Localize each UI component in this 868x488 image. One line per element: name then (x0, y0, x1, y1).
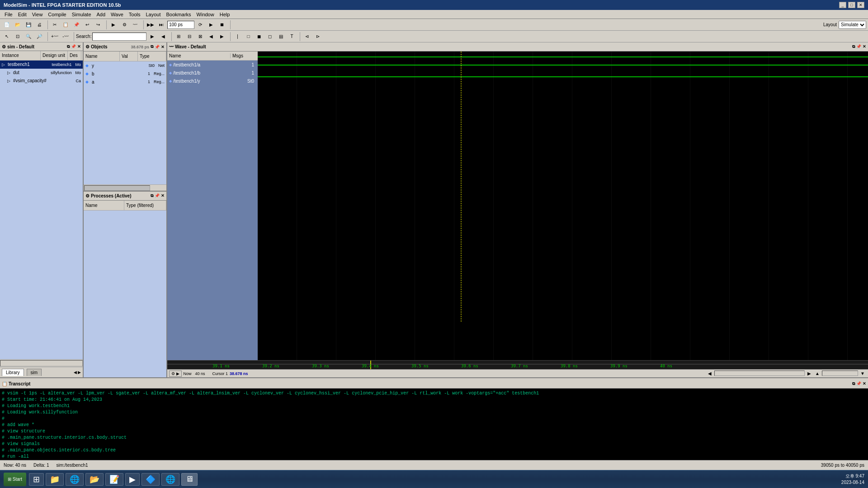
sim-tab-scroll-right[interactable]: ▶ (78, 370, 81, 375)
signal-row-b[interactable]: ◆ /testbench1/b 1 (167, 69, 258, 77)
taskbar-browser-icon[interactable]: 🌐 (66, 473, 84, 486)
zoom-sel-btn[interactable]: ⊟ (184, 32, 194, 42)
wave-hscroll[interactable] (714, 371, 805, 376)
cursor1-btn[interactable]: | (232, 32, 242, 42)
taskbar-media-icon[interactable]: ▶ (125, 473, 140, 486)
search-go-btn[interactable]: ▶ (147, 32, 157, 42)
menu-layout[interactable]: Layout (143, 11, 164, 18)
transcript-pin[interactable]: 📌 (856, 381, 861, 386)
wave-scroll-right[interactable]: ▶ (806, 371, 813, 377)
select-btn[interactable]: ⊡ (13, 32, 23, 42)
taskbar-start-icon[interactable]: ⊞ (29, 473, 44, 486)
menu-simulate[interactable]: Simulate (69, 11, 94, 18)
tab-library[interactable]: Library (2, 369, 24, 376)
wave-undock[interactable]: ⧉ (852, 44, 855, 49)
obj-row-b[interactable]: ◆ b 1 Reg... (84, 70, 166, 78)
taskbar-folder-icon[interactable]: 📁 (46, 473, 64, 486)
prev-edge-btn[interactable]: ⊲ (302, 32, 312, 42)
wave-vscroll[interactable] (822, 371, 858, 376)
transcript-body[interactable]: # vsim -t 1ps -L altera_ver -L lpm_ver -… (0, 389, 868, 460)
taskbar-net-icon[interactable]: 🌐 (161, 473, 179, 486)
obj-row-a[interactable]: ◆ a 1 Reg... (84, 78, 166, 86)
cut-btn[interactable]: ✂ (50, 20, 60, 30)
menu-view[interactable]: View (29, 11, 46, 18)
menu-window[interactable]: Window (194, 11, 217, 18)
wave-fmt-btn[interactable]: ▤ (276, 32, 286, 42)
objects-undock[interactable]: ⧉ (151, 44, 153, 49)
wave-close[interactable]: ✕ (863, 44, 866, 49)
tree-row-testbench1[interactable]: ▷ testbench1 testbench1 Mo (0, 61, 83, 69)
new-btn[interactable]: 📄 (2, 20, 12, 30)
signal-row-y[interactable]: ◆ /testbench1/y St0 (167, 77, 258, 85)
undo-btn[interactable]: ↩ (82, 20, 92, 30)
menu-bookmarks[interactable]: Bookmarks (164, 11, 194, 18)
proc-close[interactable]: ✕ (161, 193, 165, 198)
objects-hscroll[interactable] (84, 184, 166, 191)
scroll-right-btn[interactable]: ▶ (217, 32, 227, 42)
sim-panel-undock[interactable]: ⧉ (67, 44, 70, 49)
compile-btn[interactable]: ▶ (108, 20, 118, 30)
zoom-active-btn[interactable]: ⊠ (195, 32, 205, 42)
taskbar-modelsim-icon[interactable]: 🖥 (181, 473, 198, 486)
tab-sim[interactable]: sim (27, 369, 42, 376)
menu-add[interactable]: Add (94, 11, 108, 18)
maximize-button[interactable]: □ (848, 2, 855, 8)
taskbar-intel-icon[interactable]: 🔷 (142, 473, 160, 486)
taskbar-notepad-icon[interactable]: 📝 (105, 473, 123, 486)
open-btn[interactable]: 📂 (13, 20, 23, 30)
sim-tab-scroll-left[interactable]: ◀ (74, 370, 77, 375)
transcript-undock[interactable]: ⧉ (852, 381, 855, 386)
stop-btn[interactable]: ⏹ (217, 20, 227, 30)
cursor-box-btn[interactable]: □ (243, 32, 253, 42)
t-btn[interactable]: T (287, 32, 297, 42)
objects-scroll-thumb[interactable] (84, 185, 150, 191)
wave-scroll-up[interactable]: ▲ (814, 371, 821, 377)
menu-edit[interactable]: Edit (15, 11, 29, 18)
tree-row-dut[interactable]: ▷ dut sillyfunction Mo (0, 69, 83, 77)
close-button[interactable]: ✕ (857, 2, 864, 8)
del-wave-btn[interactable]: -〰 (61, 32, 71, 42)
wave-scroll-left[interactable]: ◀ (706, 371, 713, 377)
obj-row-y[interactable]: ◆ y St0 Net (84, 61, 166, 70)
start-button[interactable]: ⊞ Start (4, 473, 26, 486)
zoom-full-btn[interactable]: ⊞ (174, 32, 184, 42)
search-prev-btn[interactable]: ◀ (158, 32, 168, 42)
sim-panel-pin[interactable]: 📌 (71, 44, 76, 49)
signal-row-a[interactable]: ◆ /testbench1/a 1 (167, 61, 258, 69)
tree-row-vsim[interactable]: ▷ #vsim_capacity# Ca (0, 77, 83, 85)
menu-wave[interactable]: Wave (108, 11, 126, 18)
sim-time-input[interactable]: 100 ps (167, 21, 194, 29)
paste-btn[interactable]: 📌 (71, 20, 81, 30)
menu-tools[interactable]: Tools (126, 11, 143, 18)
scroll-left-btn[interactable]: ◀ (206, 32, 216, 42)
taskbar-files-icon[interactable]: 📂 (85, 473, 104, 486)
search-input[interactable] (92, 33, 146, 41)
save-btn[interactable]: 💾 (24, 20, 33, 30)
minimize-button[interactable]: _ (839, 2, 846, 8)
marker-btn[interactable]: ◼ (254, 32, 264, 42)
menu-help[interactable]: Help (217, 11, 233, 18)
pointer-btn[interactable]: ↖ (2, 32, 12, 42)
run-all-btn[interactable]: ▶▶ (146, 20, 156, 30)
sim-hscroll[interactable] (0, 360, 83, 366)
step-btn[interactable]: ⏭ (156, 20, 166, 30)
menu-file[interactable]: File (2, 11, 15, 18)
zoom-out-btn[interactable]: 🔎 (34, 32, 44, 42)
wave-scroll-down[interactable]: ▼ (859, 371, 866, 377)
zoom-in-btn[interactable]: 🔍 (24, 32, 33, 42)
objects-pin[interactable]: 📌 (155, 45, 160, 49)
proc-pin[interactable]: 📌 (155, 193, 160, 198)
menu-compile[interactable]: Compile (45, 11, 69, 18)
wave-pin[interactable]: 📌 (856, 44, 861, 49)
insert-btn[interactable]: ◻ (265, 32, 275, 42)
wave-btn[interactable]: 〰 (130, 20, 140, 30)
redo-btn[interactable]: ↪ (93, 20, 103, 30)
proc-undock[interactable]: ⧉ (151, 193, 153, 198)
copy-btn[interactable]: 📋 (61, 20, 71, 30)
sim-btn[interactable]: ⚙ (119, 20, 129, 30)
cont-btn[interactable]: ▶ (206, 20, 216, 30)
sim-panel-close[interactable]: ✕ (77, 44, 81, 49)
layout-select[interactable]: Simulate (839, 21, 866, 29)
transcript-close[interactable]: ✕ (863, 381, 866, 386)
add-wave-btn[interactable]: +〰 (50, 32, 60, 42)
